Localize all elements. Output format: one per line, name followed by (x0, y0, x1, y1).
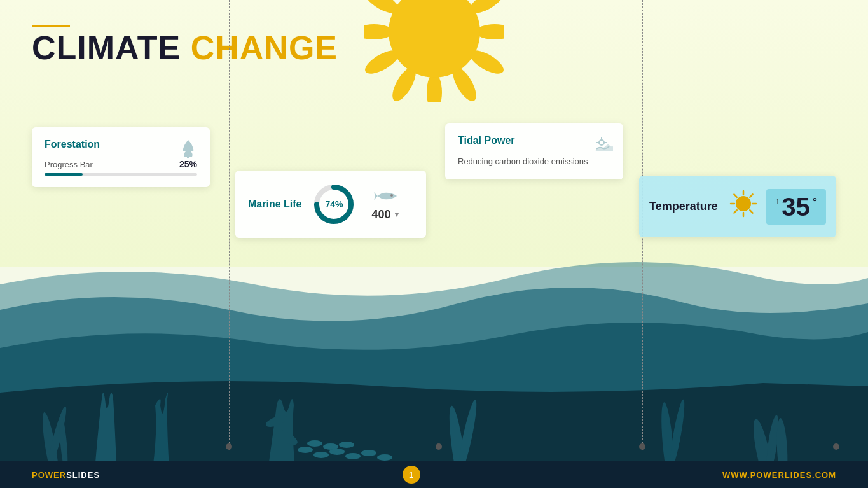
forestation-card: Forestation Progress Bar 25% (32, 127, 210, 187)
footer-url: WWW.POWERLIDES.COM (722, 470, 836, 480)
tidal-power-card: Tidal Power Reducing carbon dioxide emis… (445, 123, 623, 179)
svg-point-26 (313, 452, 329, 458)
footer-power: POWER (32, 470, 66, 480)
temp-number: 35 (782, 194, 810, 220)
temp-arrow: ↑ (775, 197, 779, 206)
title-orange: CHANGE (191, 29, 338, 66)
progress-bar-bg (45, 173, 197, 176)
svg-line-50 (734, 210, 737, 213)
temp-degree: ° (813, 195, 817, 209)
vline-1 (229, 0, 230, 450)
progress-row: Progress Bar 25% (45, 159, 197, 169)
marine-label: Marine Life (248, 199, 301, 210)
header: CLIMATE CHANGE (32, 25, 338, 64)
footer-line-left (113, 475, 389, 475)
marine-inner: Marine Life 74% 400 ▼ (248, 182, 413, 227)
fish-icon (374, 188, 398, 208)
page-title: CLIMATE CHANGE (32, 31, 338, 64)
forestation-title: Forestation (45, 139, 197, 150)
donut-text: 74% (325, 199, 343, 209)
svg-point-31 (307, 440, 322, 447)
svg-point-12 (389, 0, 480, 78)
footer: POWERSLIDES 1 WWW.POWERLIDES.COM (0, 461, 868, 488)
fish-count-wrap: 400 ▼ (371, 188, 400, 221)
tidal-desc: Reducing carbon dioxide emissions (458, 155, 610, 168)
svg-point-33 (339, 442, 354, 448)
svg-point-25 (298, 447, 313, 453)
svg-line-49 (750, 194, 752, 197)
temp-sun-icon (728, 188, 759, 225)
svg-point-30 (377, 454, 392, 461)
vline-dot-4 (833, 443, 839, 450)
forestation-icon (177, 137, 200, 165)
svg-point-28 (345, 453, 361, 459)
footer-line-right (433, 475, 710, 475)
svg-line-47 (734, 194, 737, 197)
temperature-card: Temperature ↑ 35 ° (639, 176, 836, 237)
tidal-icon (590, 134, 613, 161)
footer-page-number: 1 (403, 466, 420, 484)
header-accent-line (32, 25, 70, 27)
footer-slides: SLIDES (66, 470, 100, 480)
sun-decoration (364, 0, 504, 102)
vline-dot-3 (639, 443, 645, 450)
donut-chart: 74% (312, 182, 356, 227)
ocean-background (0, 234, 868, 488)
tidal-title: Tidal Power (458, 135, 610, 146)
progress-label: Progress Bar (45, 160, 93, 169)
vline-2 (439, 0, 439, 450)
fish-count: 400 ▼ (371, 208, 400, 221)
svg-point-32 (323, 443, 338, 450)
vline-dot-1 (226, 443, 232, 450)
svg-point-42 (736, 196, 751, 211)
svg-line-48 (750, 210, 752, 213)
svg-point-29 (361, 450, 376, 456)
temp-value-wrap: ↑ 35 ° (766, 189, 826, 225)
progress-bar-fill (45, 173, 83, 176)
svg-point-38 (599, 140, 604, 145)
temp-label: Temperature (649, 200, 720, 213)
vline-dot-2 (436, 443, 442, 450)
footer-brand: POWERSLIDES (32, 470, 100, 480)
title-dark: CLIMATE (32, 29, 181, 66)
marine-life-card: Marine Life 74% 400 ▼ (235, 171, 426, 238)
svg-rect-34 (187, 155, 189, 158)
svg-point-37 (390, 194, 393, 197)
